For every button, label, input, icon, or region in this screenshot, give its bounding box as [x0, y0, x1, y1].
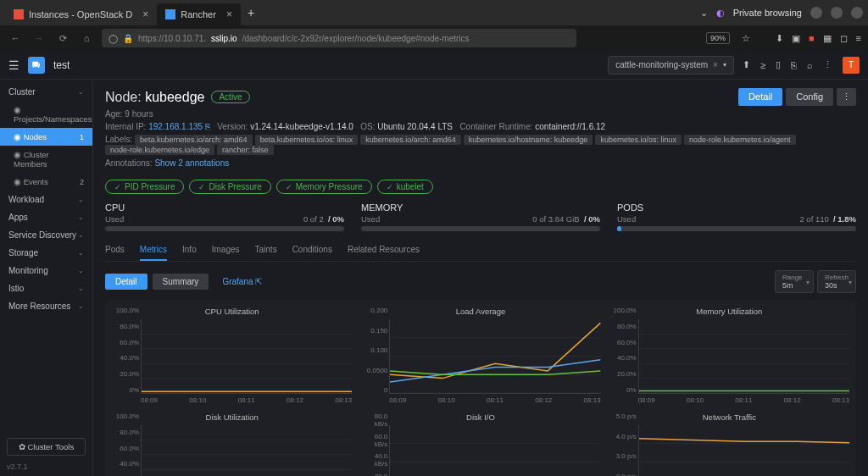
label-pill: beta.kubernetes.io/os: linux: [255, 135, 359, 145]
back-button[interactable]: ←: [7, 33, 24, 43]
rancher-logo-icon: ⛟: [28, 57, 45, 74]
internal-ip-link[interactable]: 192.168.1.135: [148, 122, 203, 131]
sidebar-item-storage[interactable]: Storage⌄: [0, 244, 92, 262]
file-icon[interactable]: ▯: [776, 59, 781, 70]
extension-icon[interactable]: ■: [809, 33, 815, 43]
browser-tab-active[interactable]: Rancher ×: [157, 3, 241, 25]
version-label: v2.7.1: [7, 462, 28, 471]
annotations-link[interactable]: Show 2 annotations: [154, 158, 229, 168]
extension-icon[interactable]: ▣: [792, 33, 800, 44]
gauge-cpu: CPUUsed0 of 2 / 0%: [105, 202, 344, 231]
condition-pid-pressure: PID Pressure: [105, 180, 184, 194]
cluster-tools-button[interactable]: ✿ Cluster Tools: [7, 438, 86, 456]
sidebar-item-apps[interactable]: Apps⌄: [0, 208, 92, 226]
condition-disk-pressure: Disk Pressure: [189, 180, 270, 194]
extension-icon[interactable]: ◻: [840, 33, 848, 44]
tab-metrics[interactable]: Metrics: [140, 240, 167, 261]
cluster-name[interactable]: test: [53, 59, 70, 71]
upload-icon[interactable]: ⬆: [743, 59, 750, 70]
chart-disk-i-o: Disk I/O80.0 kB/s60.0 kB/s40.0 kB/s20.0 …: [360, 412, 600, 476]
search-icon[interactable]: ⌕: [807, 60, 813, 70]
sidebar-item-cluster[interactable]: Cluster⌄: [0, 83, 92, 101]
forward-button[interactable]: →: [31, 33, 47, 43]
metrics-summary-tab[interactable]: Summary: [153, 274, 209, 290]
refresh-selector[interactable]: Refresh 30s ▾: [817, 270, 856, 293]
more-icon[interactable]: ⋮: [823, 59, 832, 70]
tab-label: Rancher: [181, 9, 216, 19]
gauge-memory: MEMORYUsed0 of 3.84 GiB / 0%: [361, 202, 600, 231]
label-pill: node-role.kubernetes.io/agent: [684, 135, 796, 145]
sidebar-item-workload[interactable]: Workload⌄: [0, 191, 92, 208]
tab-images[interactable]: Images: [212, 240, 240, 261]
private-label: Private browsing: [733, 8, 802, 18]
copy-icon[interactable]: ⎘: [205, 122, 210, 131]
label-pill: kubernetes.io/hostname: kubeedge: [464, 135, 593, 145]
avatar[interactable]: T: [843, 57, 860, 74]
close-button[interactable]: [851, 7, 863, 19]
tab-conditions[interactable]: Conditions: [292, 240, 332, 261]
copy-icon[interactable]: ⎘: [791, 60, 797, 70]
config-button[interactable]: Config: [786, 88, 833, 106]
subtabs: PodsMetricsInfoImagesTaintsConditionsRel…: [105, 240, 856, 262]
tab-info[interactable]: Info: [182, 240, 197, 261]
close-icon[interactable]: ×: [226, 8, 232, 20]
sidebar-item-events[interactable]: ◉ Events2: [0, 173, 92, 191]
tab-related-resources[interactable]: Related Resources: [348, 240, 420, 261]
kubectl-icon[interactable]: ≥: [760, 60, 765, 70]
chart-memory-utilization: Memory Utilization100.0%80.0%60.0%40.0%2…: [609, 307, 849, 404]
detail-button[interactable]: Detail: [738, 88, 782, 106]
label-pill: kubernetes.io/os: linux: [595, 135, 682, 145]
app-topbar: ☰ ⛟ test cattle-monitoring-system × ▾ ⬆ …: [0, 51, 868, 80]
gear-icon: ✿: [19, 442, 25, 451]
pocket-icon[interactable]: ⬇: [776, 33, 783, 44]
tab-label: Instances - OpenStack D: [29, 9, 132, 19]
actions-menu-button[interactable]: ⋮: [837, 88, 856, 106]
browser-tab[interactable]: Instances - OpenStack D ×: [5, 3, 157, 25]
tab-taints[interactable]: Taints: [255, 240, 277, 261]
lock-icon: 🔒: [123, 34, 133, 43]
namespace-selector[interactable]: cattle-monitoring-system × ▾: [608, 56, 734, 75]
label-pill: kubernetes.io/arch: amd64: [360, 135, 461, 145]
tab-pods[interactable]: Pods: [105, 240, 125, 261]
close-icon[interactable]: ×: [142, 8, 148, 20]
browser-urlbar: ← → ⟳ ⌂ ◯ 🔒 https://10.0.10.71.sslip.io/…: [0, 25, 868, 51]
hamburger-icon[interactable]: ☰: [8, 58, 19, 72]
age-label: Age: 9 hours: [105, 109, 856, 119]
openstack-icon: [14, 9, 24, 19]
sidebar-item-projects-namespaces[interactable]: ◉ Projects/Namespaces: [0, 101, 92, 128]
gauges-row: CPUUsed0 of 2 / 0%MEMORYUsed0 of 3.84 Gi…: [105, 202, 856, 231]
zoom-badge[interactable]: 90%: [706, 32, 730, 44]
sidebar-item-service-discovery[interactable]: Service Discovery⌄: [0, 226, 92, 244]
condition-kubelet: kubelet: [377, 180, 433, 194]
sidebar-item-cluster-members[interactable]: ◉ Cluster Members: [0, 146, 92, 173]
status-badge: Active: [211, 91, 249, 103]
content-area: Node: kubeedge Active Detail Config ⋮ Ag…: [93, 80, 868, 476]
meta-labels-line: Labels: beta.kubernetes.io/arch: amd64be…: [105, 135, 856, 155]
grafana-link[interactable]: Grafana ⇱: [222, 277, 262, 286]
sidebar-item-istio[interactable]: Istio⌄: [0, 280, 92, 297]
chart-cpu-utilization: CPU Utilization100.0%80.0%60.0%40.0%20.0…: [112, 307, 352, 404]
label-pill: beta.kubernetes.io/arch: amd64: [135, 135, 253, 145]
chevron-down-icon: ▾: [723, 61, 726, 69]
minimize-button[interactable]: [810, 7, 822, 19]
label-pill: rancher: false: [217, 145, 274, 155]
new-tab-button[interactable]: +: [248, 6, 254, 19]
chevron-down-icon: ▾: [849, 278, 852, 285]
maximize-button[interactable]: [831, 7, 843, 19]
bookmark-icon[interactable]: ☆: [742, 33, 750, 44]
sidebar-item-monitoring[interactable]: Monitoring⌄: [0, 262, 92, 280]
metrics-detail-tab[interactable]: Detail: [105, 274, 147, 290]
address-bar[interactable]: ◯ 🔒 https://10.0.10.71.sslip.io/dashboar…: [102, 29, 576, 47]
clear-icon[interactable]: ×: [713, 60, 718, 69]
mask-icon: ◐: [716, 8, 725, 19]
sidebar-item-more-resources[interactable]: More Resources⌄: [0, 297, 92, 315]
chevron-down-icon[interactable]: ⌄: [700, 8, 708, 19]
sidebar-item-nodes[interactable]: ◉ Nodes1: [0, 128, 92, 146]
home-button[interactable]: ⌂: [78, 33, 95, 43]
reload-button[interactable]: ⟳: [54, 33, 71, 44]
conditions-row: PID PressureDisk PressureMemory Pressure…: [105, 180, 856, 194]
meta-ip-line: Internal IP: 192.168.1.135 ⎘ Version: v1…: [105, 122, 856, 131]
range-selector[interactable]: Range 5m ▾: [775, 270, 814, 293]
menu-icon[interactable]: ≡: [856, 33, 861, 43]
extension-icon[interactable]: ▦: [823, 33, 832, 44]
